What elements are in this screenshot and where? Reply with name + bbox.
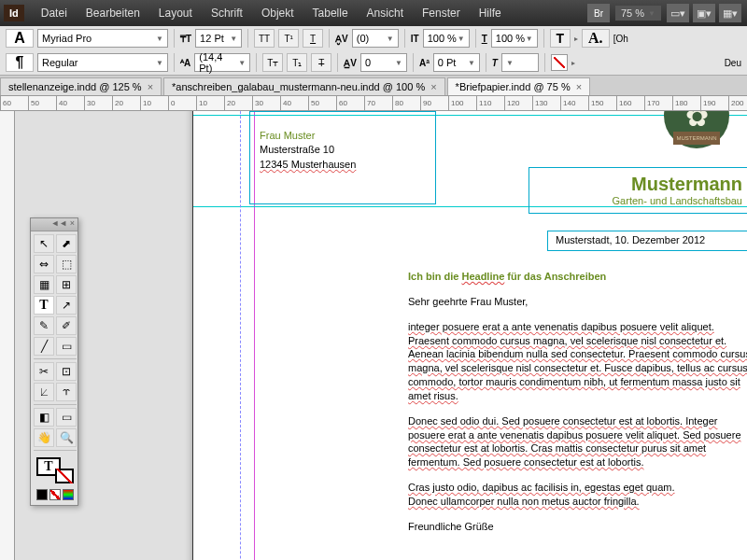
close-icon[interactable]: ×	[576, 81, 582, 92]
menu-fenster[interactable]: Fenster	[413, 3, 470, 23]
menu-tabelle[interactable]: Tabelle	[303, 3, 358, 23]
horizontal-ruler[interactable]: 6050403020100102030405060708090100110120…	[0, 96, 747, 111]
menu-ansicht[interactable]: Ansicht	[358, 3, 413, 23]
menu-hilfe[interactable]: Hilfe	[470, 3, 511, 23]
ruler-tick: 40	[56, 96, 67, 111]
logo-frame[interactable]: ✿ MUSTERMANN	[641, 111, 747, 158]
page-tool[interactable]: ⇔	[34, 255, 54, 273]
fill-stroke-swatch[interactable]: T	[35, 455, 76, 483]
paragraph-formatting-icon[interactable]: ¶	[6, 53, 34, 72]
ruler-tick: 180	[672, 96, 687, 111]
all-caps-button[interactable]: TT	[254, 29, 275, 48]
content-collector-tool[interactable]: ▦	[34, 275, 54, 294]
address-line-name: Frau Muster	[260, 129, 426, 143]
char-style-icon[interactable]: A.	[582, 29, 610, 48]
ruler-tick: 30	[84, 96, 95, 111]
leading-input[interactable]: (14,4 Pt)▼	[194, 53, 250, 72]
selection-tool[interactable]: ↖	[34, 234, 54, 253]
char-style-value: [Oh	[613, 34, 628, 44]
body-text-frame[interactable]: Ich bin die Headline für das Anschreiben…	[408, 270, 747, 545]
view-mode-icon[interactable]: ▭▾	[667, 4, 689, 22]
tools-panel[interactable]: ◄◄ × ↖ ⬈ ⇔ ⬚ ▦ ⊞ T ↗ ✎ ✐ ╱ ▭ ✂ ⊡ ⟀ ⥾ ◧ ▭…	[30, 217, 78, 506]
kerning-input[interactable]: (0)▼	[352, 29, 399, 48]
underline-button[interactable]: T	[303, 29, 323, 48]
ruler-tick: 100	[448, 96, 463, 111]
stroke-swatch[interactable]	[55, 469, 74, 483]
strikethrough-button[interactable]: T	[311, 53, 331, 72]
body-p2: Donec sed odio dui. Sed posuere consecte…	[408, 414, 747, 469]
brand-frame[interactable]: Mustermann Garten- und Landschaftsbau	[529, 167, 747, 214]
menu-objekt[interactable]: Objekt	[252, 3, 303, 23]
apply-none-icon[interactable]	[49, 489, 61, 500]
font-size-input[interactable]: 12 Pt▼	[195, 29, 242, 48]
gap-tool[interactable]: ⬚	[56, 255, 77, 273]
subscript-button[interactable]: T₁	[287, 53, 307, 72]
tools-grid: ↖ ⬈ ⇔ ⬚ ▦ ⊞ T ↗ ✎ ✐ ╱ ▭ ✂ ⊡ ⟀ ⥾ ◧ ▭ 👋 🔍	[31, 231, 78, 505]
chevron-down-icon: ▼	[648, 9, 655, 18]
baseline-input[interactable]: 0 Pt▼	[433, 53, 480, 72]
close-icon[interactable]: ×	[430, 81, 436, 92]
fill-color-button[interactable]: T	[550, 29, 571, 48]
rectangle-frame-tool[interactable]: ╱	[34, 337, 54, 356]
note-tool[interactable]: ◧	[34, 408, 54, 427]
menu-datei[interactable]: Datei	[32, 3, 77, 23]
small-caps-button[interactable]: Tᴛ	[262, 53, 283, 72]
menu-bearbeiten[interactable]: Bearbeiten	[77, 3, 149, 23]
menu-schrift[interactable]: Schrift	[202, 3, 252, 23]
zoom-level[interactable]: 75 %▼	[615, 6, 661, 21]
stroke-none-icon[interactable]	[551, 54, 568, 71]
control-panel: A Myriad Pro▼ ₸T 12 Pt▼ TT T¹ T A̮V (0)▼…	[0, 26, 747, 76]
ruler-tick: 140	[560, 96, 575, 111]
apply-gradient-icon[interactable]	[63, 489, 74, 500]
content-placer-tool[interactable]: ⊞	[56, 275, 77, 294]
panel-header[interactable]: ◄◄ ×	[31, 218, 78, 231]
zoom-tool[interactable]: 🔍	[56, 428, 77, 447]
font-style-select[interactable]: Regular▼	[37, 53, 168, 72]
gradient-swatch-tool[interactable]: ⟀	[34, 383, 54, 401]
apply-color-icon[interactable]	[36, 489, 48, 500]
tab-stellenanzeige[interactable]: stellenanzeige.indd @ 125 %×	[0, 77, 162, 95]
close-icon[interactable]: ×	[148, 81, 153, 92]
type-tool[interactable]: T	[34, 296, 54, 315]
gradient-feather-tool[interactable]: ⥾	[56, 383, 77, 401]
tab-briefpapier[interactable]: *Briefpapier.indd @ 75 %×	[447, 77, 591, 95]
scissors-tool[interactable]: ✂	[34, 362, 54, 381]
hscale-input[interactable]: 100 %▼	[491, 29, 538, 48]
ruler-tick: 190	[700, 96, 715, 111]
date-frame[interactable]: Musterstadt, 10. Dezember 2012	[547, 231, 747, 251]
ruler-tick: 10	[196, 96, 207, 111]
address-frame[interactable]: Frau Muster Musterstraße 10 12345 Muster…	[249, 111, 436, 204]
font-family-select[interactable]: Myriad Pro▼	[37, 29, 168, 48]
free-transform-tool[interactable]: ⊡	[56, 362, 77, 381]
character-formatting-icon[interactable]: A	[6, 29, 34, 48]
direct-selection-tool[interactable]: ⬈	[56, 234, 77, 253]
superscript-button[interactable]: T¹	[278, 29, 299, 48]
tab-anschreiben[interactable]: *anschreiben_galabau_mustermann-neu.indd…	[163, 77, 445, 95]
baseline-value: 0 Pt	[438, 57, 457, 68]
ruler-tick: 160	[616, 96, 631, 111]
vertical-ruler[interactable]	[0, 111, 15, 560]
language-value[interactable]: Deu	[725, 58, 741, 68]
ruler-tick: 150	[588, 96, 603, 111]
hand-tool[interactable]: 👋	[34, 428, 54, 447]
skew-icon: T	[492, 58, 498, 68]
pencil-tool[interactable]: ✐	[56, 316, 77, 335]
tracking-input[interactable]: 0▼	[360, 53, 407, 72]
pen-tool[interactable]: ✎	[34, 316, 54, 335]
font-style-value: Regular	[42, 57, 78, 68]
vscale-input[interactable]: 100 %▼	[423, 29, 470, 48]
skew-input[interactable]: ▼	[501, 53, 539, 72]
menu-layout[interactable]: Layout	[149, 3, 202, 23]
line-tool[interactable]: ↗	[56, 296, 77, 315]
rectangle-tool[interactable]: ▭	[56, 337, 77, 356]
font-size-value: 12 Pt	[200, 33, 224, 44]
eyedropper-tool[interactable]: ▭	[56, 408, 77, 427]
app-logo[interactable]: Id	[4, 5, 24, 21]
kerning-value: (0)	[357, 33, 369, 44]
arrange-icon[interactable]: ▦▾	[719, 4, 741, 22]
tab-label: *Briefpapier.indd @ 75 %	[456, 81, 571, 92]
canvas[interactable]: Frau Muster Musterstraße 10 12345 Muster…	[15, 111, 747, 560]
screen-mode-icon[interactable]: ▣▾	[693, 4, 715, 22]
tracking-value: 0	[365, 57, 371, 68]
bridge-icon[interactable]: Br	[587, 4, 610, 22]
